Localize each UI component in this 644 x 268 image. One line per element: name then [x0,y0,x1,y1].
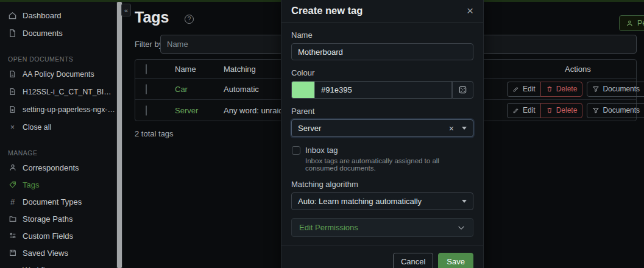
sidebar-item-tags[interactable]: Tags [0,176,116,193]
colour-hex-input[interactable] [314,81,452,99]
sliders-icon [8,231,17,241]
parent-select-value: Server [298,124,321,133]
tag-name-link[interactable]: Car [175,85,188,94]
home-icon [8,11,17,20]
edit-label: Edit [523,106,536,115]
row-checkbox[interactable] [146,105,147,116]
close-icon: × [8,122,17,132]
sidebar-item-saved-views[interactable]: Saved Views [0,244,116,261]
parent-field-label: Parent [291,107,473,116]
sidebar-collapse-button[interactable]: « [121,4,131,16]
sidebar-item-label: Custom Fields [23,231,73,241]
matching-algorithm-select[interactable]: Auto: Learn matching automatically [291,192,473,210]
delete-button[interactable]: Delete [540,82,583,97]
sidebar-item-document-types[interactable]: # Document Types [0,193,116,210]
delete-button[interactable]: Delete [540,103,583,118]
documents-icon [8,29,17,38]
open-doc-label: setting-up-paperless-ngx-part-one [23,105,116,114]
documents-button[interactable]: Documents 3 [587,103,644,118]
documents-button[interactable]: Documents 1 [587,82,644,97]
delete-label: Delete [556,85,578,93]
sidebar-open-doc-3[interactable]: setting-up-paperless-ngx-part-one [0,100,116,118]
colour-input-group [291,81,473,99]
random-colour-button[interactable] [452,81,473,99]
matching-algorithm-value: Auto: Learn matching automatically [298,197,422,206]
total-tags-summary: 2 total tags [135,129,174,138]
chevron-down-icon [462,200,467,203]
inbox-tag-checkbox[interactable] [292,146,300,155]
person-icon [8,163,17,172]
edit-permissions-accordion[interactable]: Edit Permissions [291,218,473,237]
sidebar-item-workflows[interactable]: Workflows [0,261,116,268]
open-doc-label: H12SSL-i_C_CT_NT_BIOS_3.3_rele... [23,88,116,96]
sidebar-open-doc-2[interactable]: H12SSL-i_C_CT_NT_BIOS_3.3_rele... [0,83,116,100]
dice-icon [458,85,467,94]
file-icon [8,87,17,96]
close-icon[interactable]: × [467,5,473,16]
tag-icon [8,180,17,189]
sidebar-item-custom-fields[interactable]: Custom Fields [0,227,116,244]
page-title: Tags [135,9,169,26]
pencil-icon [512,107,520,114]
trash-icon [546,85,553,93]
hash-icon: # [8,197,17,206]
sidebar-item-label: Saved Views [23,249,68,258]
person-icon [626,19,634,27]
sidebar-item-dashboard[interactable]: Dashboard [0,7,116,24]
trash-icon [546,107,553,114]
inbox-tag-row: Inbox tag [291,146,473,155]
sidebar-item-documents[interactable]: Documents [0,24,116,42]
sidebar-scrollbar[interactable] [116,2,122,268]
file-icon [8,69,17,79]
sidebar-item-label: Storage Paths [23,214,73,224]
edit-button[interactable]: Edit [507,103,541,118]
column-header-actions: Actions [497,65,636,74]
name-input[interactable] [291,43,473,60]
colour-swatch [291,81,314,99]
help-icon[interactable]: ? [185,15,194,24]
edit-label: Edit [523,85,536,93]
modal-title: Create new tag [291,5,363,16]
sidebar-close-all[interactable]: × Close all [0,118,116,136]
sidebar-item-label: Documents [23,29,63,38]
scrollbar-thumb[interactable] [117,2,122,268]
cancel-button[interactable]: Cancel [393,253,433,268]
pencil-icon [512,85,520,93]
parent-select[interactable]: Server × [291,119,473,137]
inbox-tag-hint: Inbox tags are automatically assigned to… [305,157,473,172]
sidebar-item-label: Dashboard [23,11,62,20]
modal-footer: Cancel Save [281,245,483,268]
edit-button[interactable]: Edit [507,82,541,97]
edit-permissions-label: Edit Permissions [299,223,457,232]
colour-field-label: Colour [291,68,473,77]
modal-header: Create new tag × [281,0,483,23]
sidebar-item-label: Correspondents [23,163,79,172]
folder-icon [8,214,17,224]
sidebar-item-correspondents[interactable]: Correspondents [0,159,116,176]
select-all-checkbox[interactable] [146,64,147,74]
paperless-tags-page: { "colors": { "accent_green": "#4e8b4a",… [0,0,644,268]
close-all-label: Close all [23,123,51,132]
permissions-button-label: Permissions [637,19,644,27]
filter-icon [592,85,600,93]
sidebar-item-label: Workflows [23,266,59,268]
row-checkbox[interactable] [146,84,147,94]
manage-section: Correspondents Tags # Document Types Sto… [0,159,116,268]
save-button[interactable]: Save [438,253,473,268]
manage-header: MANAGE [0,147,116,159]
open-doc-label: AA Policy Documents [23,70,94,79]
matching-algorithm-label: Matching algorithm [291,180,473,189]
documents-label: Documents [603,106,640,115]
modal-body: Name Colour Parent Server × Inbox tag In… [281,23,483,237]
open-documents-header: OPEN DOCUMENTS [0,53,116,65]
name-field-label: Name [291,30,473,40]
sidebar-item-storage-paths[interactable]: Storage Paths [0,210,116,227]
file-icon [8,105,17,114]
chevron-down-icon [462,127,467,130]
chevron-down-icon [457,224,465,232]
clear-icon[interactable]: × [449,124,454,133]
permissions-button[interactable]: Permissions [619,15,644,31]
sidebar-open-doc-1[interactable]: AA Policy Documents [0,65,116,83]
sidebar-item-label: Tags [23,180,39,189]
tag-name-link[interactable]: Server [175,106,198,115]
